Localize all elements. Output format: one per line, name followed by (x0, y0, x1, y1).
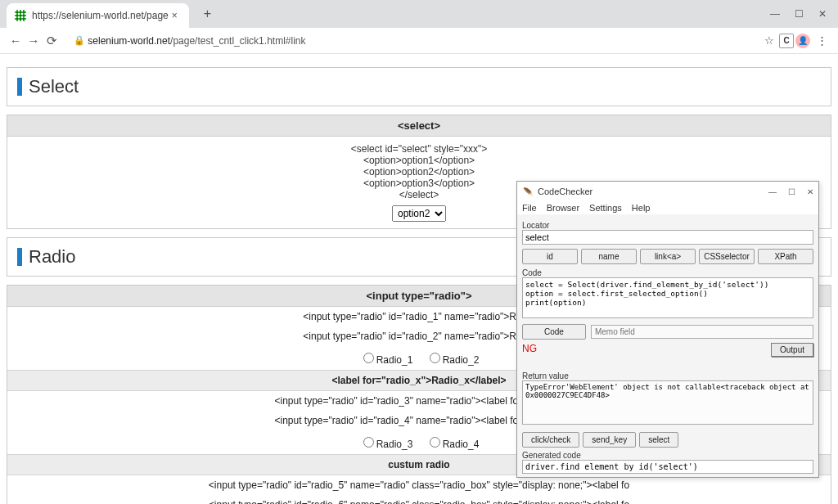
menu-settings[interactable]: Settings (589, 203, 622, 213)
clickcheck-button[interactable]: click/check (522, 432, 579, 448)
code-line: <option>option2</option> (7, 166, 831, 178)
extension-icon[interactable]: C (779, 34, 794, 48)
app-form: Locator id name link<a> CSSselector XPat… (517, 214, 818, 477)
status-text: NG (522, 343, 537, 354)
radio-heading-text: Radio (29, 246, 75, 268)
lock-icon: 🔒 (74, 35, 85, 46)
select-section-title: <select> (7, 115, 831, 137)
close-tab-icon[interactable]: × (169, 10, 181, 21)
radio-1-label: Radio_1 (376, 354, 413, 366)
app-title: CodeChecker (538, 187, 592, 196)
code-button[interactable]: Code (522, 324, 586, 340)
code-textarea[interactable]: select = Select(driver.find_element_by_i… (522, 277, 813, 318)
radio-2-input[interactable] (430, 353, 440, 363)
code-line: <input type="radio" id="radio_6" name="r… (7, 495, 831, 504)
generated-code-box[interactable] (522, 460, 813, 474)
code-line: <input type="radio" id="radio_5" name="r… (7, 475, 831, 495)
address-bar[interactable]: 🔒 selenium-world.net /page/test_cntl_cli… (65, 30, 755, 52)
browser-tab[interactable]: https://selenium-world.net/page × (7, 3, 189, 28)
app-close-icon[interactable]: ✕ (807, 187, 813, 196)
action-button-row: click/check send_key select (522, 432, 813, 448)
output-button[interactable]: Output (771, 343, 813, 357)
new-tab-button[interactable]: + (197, 7, 218, 21)
name-button[interactable]: name (581, 249, 637, 264)
select-heading: Select (7, 68, 831, 106)
menu-icon[interactable]: ⋮ (813, 34, 830, 47)
code-line: <select id="select" style="xxx"> (7, 143, 831, 155)
select-heading-text: Select (29, 76, 79, 97)
select-dropdown[interactable]: option2 (392, 205, 446, 222)
code-action-row: Code (522, 324, 813, 340)
radio-4-label: Radio_4 (443, 439, 480, 450)
app-icon: 🪶 (522, 186, 534, 197)
menu-help[interactable]: Help (632, 203, 651, 213)
select-card: Select (7, 67, 831, 106)
window-controls: — ☐ ✕ (770, 0, 838, 28)
code-label: Code (522, 268, 813, 277)
radio-3[interactable]: Radio_3 (359, 439, 413, 450)
profile-avatar[interactable]: 👤 (795, 34, 810, 48)
app-menubar: File Browser Settings Help (517, 201, 818, 214)
reload-icon[interactable]: ⟳ (43, 34, 61, 48)
id-button[interactable]: id (522, 249, 578, 264)
output-row: NG Output (522, 343, 813, 357)
tab-title: https://selenium-world.net/page (32, 10, 169, 21)
heading-stripe (17, 78, 22, 96)
heading-stripe (17, 248, 22, 266)
browser-toolbar: ← → ⟳ 🔒 selenium-world.net /page/test_cn… (0, 28, 838, 54)
app-titlebar[interactable]: 🪶 CodeChecker — ☐ ✕ (517, 182, 818, 201)
radio-2[interactable]: Radio_2 (426, 354, 480, 366)
back-icon[interactable]: ← (7, 34, 25, 47)
return-label: Return value (522, 371, 813, 380)
star-icon[interactable]: ☆ (761, 34, 777, 47)
app-window-controls: — ☐ ✕ (768, 187, 813, 196)
return-value-box[interactable]: TypeError'WebElement' object is not call… (522, 380, 813, 425)
url-path: /page/test_cntl_click1.html#link (170, 35, 305, 47)
browser-tab-strip: https://selenium-world.net/page × + — ☐ … (0, 0, 838, 28)
maximize-icon[interactable]: ☐ (795, 8, 804, 20)
locator-label: Locator (522, 221, 813, 230)
forward-icon[interactable]: → (25, 34, 43, 47)
css-button[interactable]: CSSselector (699, 249, 755, 264)
close-icon[interactable]: ✕ (818, 8, 827, 20)
radio-4-input[interactable] (430, 437, 440, 448)
radio-1[interactable]: Radio_1 (359, 354, 413, 366)
code-line: <option>option1</option> (7, 155, 831, 166)
radio-4[interactable]: Radio_4 (426, 439, 480, 450)
radio-1-input[interactable] (363, 353, 374, 363)
select-button[interactable]: select (639, 432, 678, 448)
minimize-icon[interactable]: — (770, 8, 780, 20)
menu-browser[interactable]: Browser (547, 203, 579, 213)
radio-2-label: Radio_2 (443, 354, 480, 366)
app-minimize-icon[interactable]: — (768, 187, 777, 196)
xpath-button[interactable]: XPath (758, 249, 813, 264)
codechecker-window[interactable]: 🪶 CodeChecker — ☐ ✕ File Browser Setting… (516, 181, 819, 478)
locator-button-row: id name link<a> CSSselector XPath (522, 249, 813, 264)
sendkey-button[interactable]: send_key (583, 432, 636, 448)
tab-favicon (15, 10, 26, 21)
menu-file[interactable]: File (522, 203, 537, 213)
memo-field[interactable] (591, 325, 813, 339)
url-host: selenium-world.net (88, 35, 170, 47)
app-maximize-icon[interactable]: ☐ (788, 187, 795, 196)
generated-label: Generated code (522, 451, 813, 460)
radio-3-label: Radio_3 (376, 439, 413, 450)
link-button[interactable]: link<a> (640, 249, 696, 264)
radio-3-input[interactable] (363, 437, 374, 448)
locator-input[interactable] (522, 230, 813, 245)
